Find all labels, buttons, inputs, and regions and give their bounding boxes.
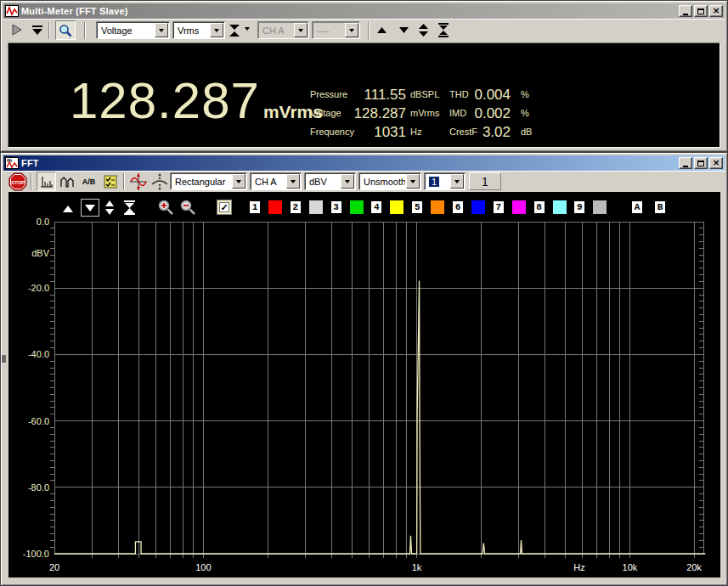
window-combobox-button[interactable] [232, 174, 245, 189]
magnifier-button[interactable] [55, 20, 76, 40]
unit-combobox[interactable]: Vrms [172, 21, 225, 39]
fft-client-area: 0.0-20.0-40.0-60.0-80.0-100.0dBV201001k1… [8, 192, 720, 578]
close-button[interactable]: × [709, 5, 723, 17]
expand-scale-button[interactable] [104, 200, 115, 217]
toolbar-separator [123, 173, 125, 190]
channel-7-checkbox[interactable] [512, 200, 526, 214]
run-button[interactable] [9, 22, 25, 37]
pan-down-button[interactable] [81, 199, 99, 217]
fft-titlebar[interactable]: fft FFT × [3, 155, 725, 171]
multimeter-toolbar: Voltage Vrms CH A ---- [3, 19, 725, 41]
bar-over-down-triangle-icon [31, 25, 43, 36]
main-reading: 128.287 mVrms [70, 76, 323, 127]
mm-channel-combobox-button[interactable] [294, 23, 308, 37]
chevron-down-icon [214, 29, 219, 32]
range-combobox-value: ---- [313, 22, 344, 38]
maximize-button[interactable] [694, 157, 708, 169]
plot-box [54, 222, 703, 554]
x-tick-label: 1k [412, 562, 422, 572]
overlay-ab-button[interactable]: A/B [79, 172, 99, 191]
channel-8-checkbox[interactable] [553, 200, 567, 214]
toolbar-separator [48, 22, 50, 39]
chevron-down-icon [345, 180, 350, 183]
fft-unit-combobox[interactable]: dBV [304, 172, 356, 190]
averages-combobox[interactable]: 1 [424, 172, 466, 190]
minimize-button[interactable] [679, 157, 692, 169]
overlay-a-button[interactable]: A [631, 200, 643, 214]
maximize-button[interactable] [694, 5, 708, 17]
y-tick-label: -60.0 [28, 416, 49, 426]
smoothing-combobox[interactable]: Unsmoothed [358, 172, 421, 190]
scale-up-button[interactable] [376, 26, 387, 34]
fit-range-button[interactable] [229, 24, 241, 37]
chevron-down-icon [245, 27, 250, 31]
show-all-overlays-checkbox[interactable]: ✓ [217, 200, 232, 215]
averages-combobox-button[interactable] [450, 174, 464, 189]
pan-up-button[interactable] [63, 204, 73, 214]
fft-channel-combobox[interactable]: CH A [250, 172, 302, 190]
band-curve-icon [60, 176, 75, 188]
zoom-out-button[interactable] [180, 200, 196, 217]
channel-3-checkbox[interactable] [350, 200, 364, 214]
channel-9-checkbox[interactable] [593, 200, 607, 214]
channel-4-checkbox[interactable] [390, 200, 404, 214]
fit-curve-button[interactable] [150, 172, 169, 191]
fit-range-dropdown[interactable] [245, 27, 250, 31]
range-combobox[interactable]: ---- [312, 21, 360, 39]
channel-8-label: 8 [533, 200, 545, 214]
multimeter-display: 128.287 mVrms Pressure 111.55 dBSPL THD … [8, 42, 720, 148]
stop-button[interactable]: STOP [8, 172, 27, 191]
multimeter-titlebar[interactable]: Multi-Meter (FFT Slave) × [3, 3, 725, 19]
curve-fit-icon [150, 172, 169, 191]
x-tick-label: 20 [49, 562, 59, 572]
expand-range-button[interactable] [418, 23, 429, 37]
reading-value: 111.55 [348, 87, 406, 104]
compress-vertical-icon [229, 24, 241, 37]
overlay-b-button[interactable]: B [654, 200, 666, 214]
reading-value: 0.002 [461, 105, 511, 122]
average-count-value: 1 [482, 175, 488, 189]
channel-3-label: 3 [330, 200, 342, 214]
down-triangle-icon [85, 205, 95, 211]
reading-value: 128.287 [348, 105, 406, 122]
channel-2-checkbox[interactable] [309, 200, 323, 214]
zoom-in-button[interactable] [158, 200, 174, 217]
setup-button[interactable] [100, 172, 120, 191]
chevron-down-icon [236, 180, 241, 183]
channel-1-checkbox[interactable] [268, 200, 282, 214]
y-tick-label: -80.0 [28, 482, 49, 493]
zoom-out-icon [180, 200, 196, 216]
x-tick-label: 100 [195, 562, 211, 572]
y-tick-label: -40.0 [28, 349, 49, 359]
octave-view-button[interactable] [58, 172, 77, 191]
reading-label: Voltage [310, 108, 341, 118]
compress-scale-button[interactable] [124, 200, 135, 217]
spectrum-view-button[interactable] [37, 172, 56, 191]
fft-plot[interactable]: 0.0-20.0-40.0-60.0-80.0-100.0dBV201001k1… [8, 192, 722, 579]
chevron-down-icon [159, 29, 164, 32]
range-combobox-button[interactable] [345, 23, 358, 37]
window-combobox[interactable]: Rectangular [170, 172, 247, 190]
channel-5-checkbox[interactable] [431, 200, 444, 214]
minimize-button[interactable] [679, 5, 692, 17]
magnifier-icon [59, 24, 72, 37]
fft-unit-combobox-button[interactable] [341, 174, 354, 189]
compress-range-button[interactable] [437, 23, 449, 37]
unit-combobox-button[interactable] [210, 23, 223, 37]
time-record-button[interactable] [128, 172, 148, 191]
scale-down-button[interactable] [398, 26, 409, 34]
multimeter-title: Multi-Meter (FFT Slave) [21, 6, 679, 16]
close-button[interactable]: × [709, 157, 723, 169]
function-combobox-button[interactable] [155, 23, 168, 37]
x-axis-unit-label: Hz [573, 562, 584, 572]
channel-6-checkbox[interactable] [471, 200, 485, 214]
smoothing-combobox-button[interactable] [406, 174, 420, 189]
mm-channel-combobox[interactable]: CH A [257, 21, 309, 39]
reset-min-button[interactable] [31, 24, 44, 36]
down-triangle-icon [398, 26, 409, 34]
function-combobox[interactable]: Voltage [96, 21, 170, 39]
up-triangle-icon [63, 206, 73, 212]
y-tick-label: 0.0 [37, 217, 49, 227]
y-axis-unit-label: dBV [31, 248, 49, 258]
fft-channel-combobox-button[interactable] [286, 174, 300, 189]
